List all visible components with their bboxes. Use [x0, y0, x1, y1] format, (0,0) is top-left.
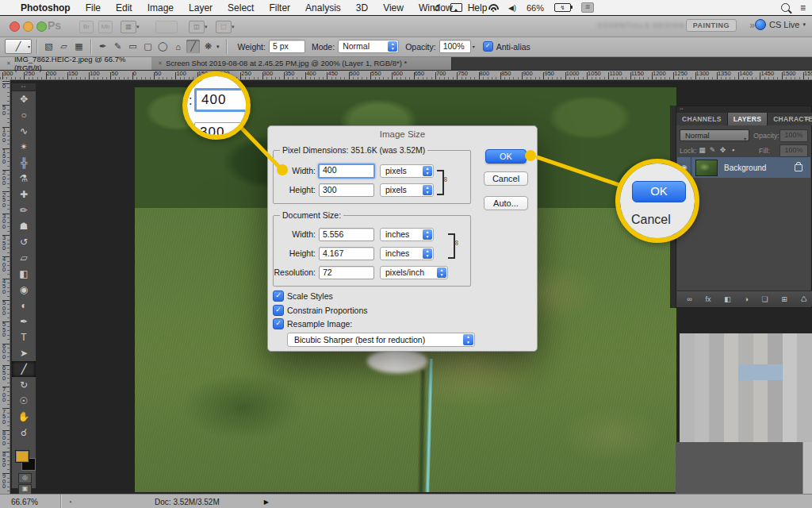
document-tab-inactive[interactable]: ✕ Screen Shot 2019-08-08 at 2.45.25 PM.j…: [151, 56, 452, 70]
shape-layers-icon[interactable]: ▧: [42, 40, 56, 53]
pixel-width-input[interactable]: 400: [318, 164, 375, 179]
menu-3d[interactable]: 3D: [356, 2, 368, 13]
mini-bridge-icon[interactable]: Mb: [98, 21, 113, 33]
rounded-rectangle-tool-icon[interactable]: ▢: [141, 40, 155, 53]
airplay-icon[interactable]: [450, 3, 462, 12]
fill-pixels-icon[interactable]: ▦: [72, 40, 86, 53]
freeform-pen-icon[interactable]: ✎: [111, 40, 124, 53]
scale-styles-checkbox[interactable]: ✓: [273, 291, 284, 302]
pixel-height-input[interactable]: 300: [319, 183, 374, 197]
polygon-tool-icon[interactable]: ⌂: [171, 40, 185, 53]
resample-method-select[interactable]: Bicubic Sharper (best for reduction) ▲▼: [287, 333, 475, 347]
layer-thumbnail[interactable]: [695, 160, 718, 176]
clone-stamp-tool-icon[interactable]: ☗: [12, 218, 36, 234]
custom-shape-tool-icon[interactable]: ❋: [201, 40, 215, 53]
line-tool-icon[interactable]: ╱: [12, 361, 36, 377]
workspace-painting-button[interactable]: PAINTING: [686, 19, 737, 32]
close-tab-icon[interactable]: ✕: [6, 60, 11, 67]
document-tab-active[interactable]: ✕ IMG_7862.HEIC-2.jpeg @ 66.7% (RGB/8): [0, 56, 158, 70]
bridge-launch-icon[interactable]: Br: [79, 21, 94, 33]
paths-icon[interactable]: ▱: [57, 40, 71, 53]
move-tool-icon[interactable]: ✥: [12, 91, 36, 107]
layer-mask-icon[interactable]: ◧: [724, 295, 731, 303]
menu-filter[interactable]: Filter: [269, 2, 290, 13]
link-layers-icon[interactable]: ∞: [687, 295, 691, 303]
marquee-tool-icon[interactable]: ○: [12, 107, 36, 123]
orbit-3d-tool-icon[interactable]: ☉: [12, 393, 36, 409]
auto-button[interactable]: Auto...: [484, 196, 528, 210]
mode-select[interactable]: Normal ▲▼: [338, 40, 399, 53]
pen-tool-icon[interactable]: ✒: [12, 314, 36, 329]
type-tool-icon[interactable]: T: [12, 329, 36, 345]
lasso-tool-icon[interactable]: ∿: [12, 123, 36, 139]
resolution-unit-select[interactable]: pixels/inch ▲▼: [380, 266, 448, 279]
eyedropper-tool-icon[interactable]: ⚗: [12, 171, 36, 187]
history-brush-tool-icon[interactable]: ↺: [12, 234, 36, 250]
new-layer-icon[interactable]: ⊞: [781, 295, 787, 303]
tool-preset-picker[interactable]: ╱▾: [5, 39, 32, 54]
lock-transparency-icon[interactable]: ▦: [697, 146, 707, 154]
time-machine-icon[interactable]: ↺: [432, 2, 440, 13]
pixel-height-unit-select[interactable]: pixels ▲▼: [380, 183, 434, 197]
resample-image-checkbox[interactable]: ✓: [273, 318, 284, 329]
spotlight-icon[interactable]: [781, 3, 790, 12]
foreground-color-swatch[interactable]: [15, 450, 29, 463]
wifi-icon[interactable]: [488, 3, 498, 12]
dock-scrollbar[interactable]: [802, 442, 812, 494]
line-tool-icon[interactable]: ╱: [186, 40, 200, 53]
zoom-level-box[interactable]: [155, 21, 178, 33]
lock-pixels-icon[interactable]: ✎: [707, 146, 718, 154]
delete-layer-icon[interactable]: ♺: [800, 295, 806, 303]
doc-height-unit-select[interactable]: inches ▲▼: [380, 247, 434, 260]
pen-tool-icon[interactable]: ✒: [96, 40, 109, 53]
gradient-tool-icon[interactable]: ◧: [12, 266, 36, 282]
ok-button[interactable]: OK: [485, 149, 527, 164]
menu-edit[interactable]: Edit: [116, 2, 132, 13]
arrange-documents-icon[interactable]: ◫: [189, 21, 205, 33]
doc-width-input[interactable]: 5.556: [319, 228, 374, 241]
close-tab-icon[interactable]: ✕: [158, 60, 163, 67]
panel-tab-channels[interactable]: CHANNELS: [676, 113, 728, 125]
cancel-button[interactable]: Cancel: [484, 171, 528, 186]
menu-view[interactable]: View: [383, 2, 404, 13]
blend-mode-select[interactable]: Normal▾: [680, 129, 749, 141]
view-extras-icon[interactable]: ▥: [121, 21, 136, 33]
rectangle-tool-icon[interactable]: ▭: [126, 40, 140, 53]
menu-file[interactable]: File: [86, 2, 101, 13]
lock-position-icon[interactable]: ✥: [718, 146, 728, 154]
menu-photoshop[interactable]: Photoshop: [21, 2, 71, 13]
doc-height-input[interactable]: 4.167: [319, 247, 374, 260]
istat-icon[interactable]: ≣: [581, 2, 594, 13]
menu-analysis[interactable]: Analysis: [305, 2, 341, 13]
antialias-checkbox[interactable]: ✓: [483, 41, 493, 52]
blur-tool-icon[interactable]: ◉: [12, 282, 36, 298]
hand-tool-icon[interactable]: ✋: [12, 409, 36, 425]
weight-input[interactable]: 5 px: [269, 40, 305, 53]
volume-icon[interactable]: ◀): [508, 4, 516, 12]
menu-layer[interactable]: Layer: [189, 2, 213, 13]
crop-tool-icon[interactable]: ╬: [12, 155, 36, 171]
status-menu-arrow[interactable]: ▶: [264, 498, 269, 506]
pixel-width-unit-select[interactable]: pixels ▲▼: [380, 164, 434, 178]
opacity-value-box[interactable]: 100%: [779, 129, 808, 142]
path-selection-tool-icon[interactable]: ➤: [12, 345, 36, 361]
resolution-input[interactable]: 72: [319, 266, 374, 279]
shape-options-caret[interactable]: ▾: [216, 44, 220, 50]
status-zoom-level[interactable]: 66.67%: [11, 498, 60, 506]
constrain-proportions-checkbox[interactable]: ✓: [273, 305, 284, 316]
vertical-ruler[interactable]: 05 01 0 01 5 02 0 02 5 03 0 03 5 04 0 04…: [0, 79, 10, 494]
menu-select[interactable]: Select: [228, 2, 254, 13]
quick-mask-button[interactable]: ◎: [18, 473, 32, 483]
brush-tool-icon[interactable]: ✏: [12, 202, 36, 218]
healing-brush-tool-icon[interactable]: ✚: [12, 187, 36, 202]
cs-live-button[interactable]: CS Live ▾: [755, 19, 806, 30]
adjustment-layer-icon[interactable]: ◑: [744, 295, 748, 303]
layer-group-icon[interactable]: ❏: [761, 295, 768, 303]
quick-selection-tool-icon[interactable]: ✴: [12, 139, 36, 155]
rotate-3d-tool-icon[interactable]: ↻: [12, 377, 36, 393]
bluetooth-icon[interactable]: ᛒ: [473, 3, 477, 12]
zoom-tool-icon[interactable]: ☌: [12, 425, 36, 441]
doc-width-unit-select[interactable]: inches ▲▼: [380, 228, 434, 241]
panel-menu-icon[interactable]: ≡: [805, 114, 809, 122]
opacity-input[interactable]: 100%: [439, 40, 471, 53]
